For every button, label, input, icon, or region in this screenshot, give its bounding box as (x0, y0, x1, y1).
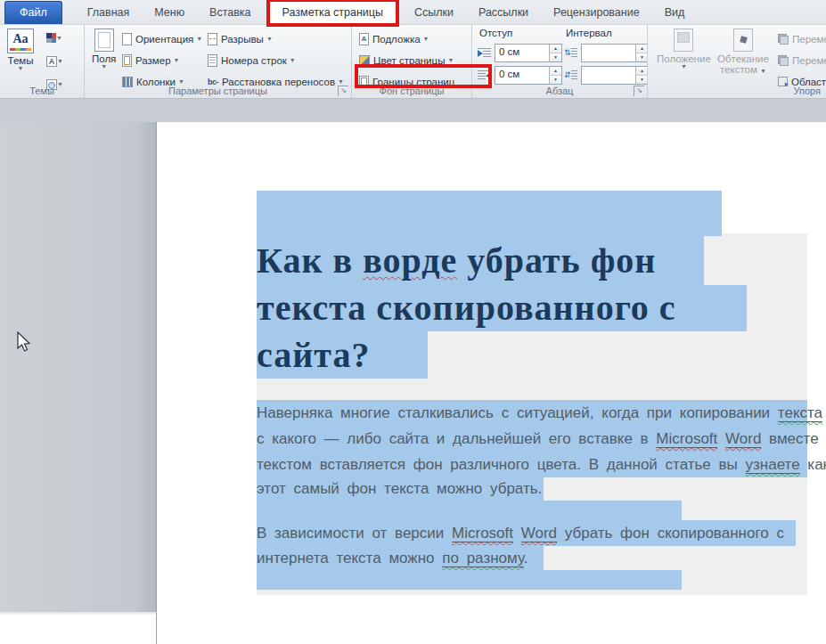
word-window: Файл Главная Меню Вставка Разметка стран… (0, 0, 826, 644)
body-line-1[interactable]: Наверняка многие сталкивались с ситуацие… (257, 400, 807, 426)
selection-block-bottom[interactable] (257, 570, 682, 590)
mouse-cursor (14, 331, 32, 353)
heading-line-3[interactable]: сайта? (257, 331, 428, 379)
body-line-3[interactable]: текстом вставляется фон различного цвета… (257, 452, 807, 477)
selection-block-middle[interactable] (257, 501, 682, 520)
body-line-2[interactable]: с какого — либо сайта и дальнейшей его в… (257, 426, 807, 452)
heading-line-1[interactable]: Как в ворде убрать фон (257, 236, 704, 285)
heading-line-2[interactable]: текста скопированного с (257, 285, 747, 331)
document-text-layer: Как в ворде убрать фонтекста скопированн… (0, 0, 826, 644)
body-line-6[interactable]: интернета текста можно по разному. (257, 546, 544, 570)
selection-block-top[interactable] (257, 191, 722, 236)
tab-page-layout[interactable]: Разметка страницы (269, 1, 397, 24)
body-line-4[interactable]: этот самый фон текста можно убрать. (257, 477, 544, 501)
body-line-5[interactable]: В зависимости от версии Microsoft Word у… (257, 520, 796, 546)
